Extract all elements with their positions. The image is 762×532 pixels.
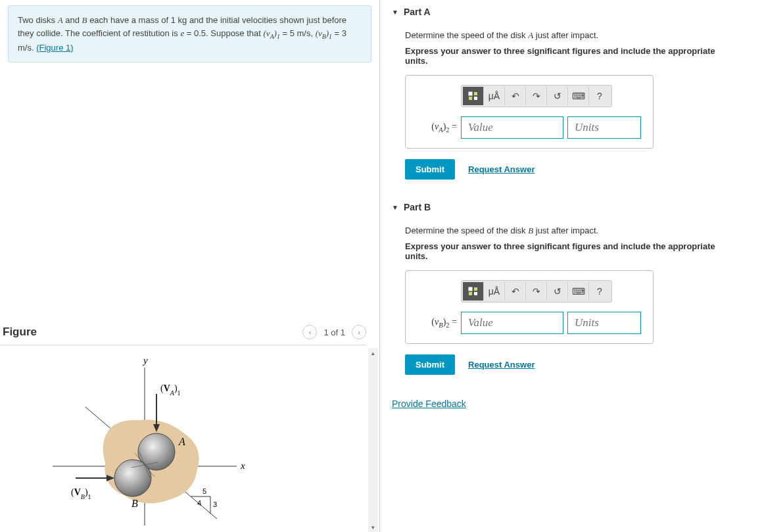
svg-text:y: y	[142, 355, 148, 366]
part-b-eq-label: (vB)2 =	[417, 317, 457, 329]
svg-point-6	[114, 460, 151, 496]
part-b-input-row: (vB)2 =	[417, 312, 641, 334]
reset-icon[interactable]: ↺	[547, 87, 568, 105]
svg-text:A: A	[178, 436, 185, 447]
txt: = 5 m/s	[280, 28, 311, 38]
part-b-toolbar: μÅ ↶ ↷ ↺ ⌨ ?	[461, 280, 612, 302]
part-a-units-input[interactable]	[567, 116, 641, 139]
svg-text:3: 3	[213, 500, 217, 508]
txt: Determine the speed of the disk	[405, 30, 528, 40]
part-b-request-link[interactable]: Request Answer	[468, 360, 535, 370]
svg-rect-33	[474, 292, 477, 295]
var-B: B	[528, 226, 533, 235]
template-icon[interactable]	[463, 282, 484, 301]
var-A: A	[528, 30, 533, 40]
part-a-submit-button[interactable]: Submit	[405, 159, 455, 180]
main-container: Two disks A and B each have a mass of 1 …	[0, 0, 762, 532]
units-button[interactable]: μÅ	[484, 282, 505, 301]
svg-rect-32	[469, 292, 472, 295]
txt: just after impact.	[533, 30, 598, 40]
svg-rect-30	[469, 287, 472, 291]
part-b-submit-row: Submit Request Answer	[405, 354, 737, 375]
var-vA1: (vA)1	[264, 28, 280, 38]
part-a-value-input[interactable]	[461, 116, 563, 139]
part-b-units-input[interactable]	[567, 312, 641, 334]
unit-kg: kg	[178, 15, 187, 25]
figure-section: Figure ‹ 1 of 1 › y x	[0, 320, 379, 532]
svg-rect-27	[474, 92, 477, 95]
help-icon[interactable]: ?	[589, 87, 610, 105]
part-b-title: Part B	[404, 202, 431, 212]
scroll-down-icon[interactable]: ▾	[368, 522, 378, 532]
figure-header: Figure ‹ 1 of 1 ›	[0, 320, 366, 345]
txt: Two disks	[18, 15, 58, 25]
keyboard-icon[interactable]: ⌨	[568, 282, 589, 301]
txt: ,	[310, 28, 315, 38]
var-A: A	[58, 15, 63, 25]
part-a-header[interactable]: ▼ Part A	[380, 0, 762, 24]
figure-title: Figure	[3, 326, 37, 339]
svg-text:x: x	[240, 460, 245, 471]
svg-rect-28	[469, 97, 472, 100]
figure-page: 1 of 1	[323, 327, 345, 337]
svg-text:(VA)1: (VA)1	[160, 383, 181, 397]
redo-icon[interactable]: ↷	[526, 282, 547, 301]
problem-statement: Two disks A and B each have a mass of 1 …	[8, 5, 371, 62]
keyboard-icon[interactable]: ⌨	[568, 87, 589, 105]
units-button[interactable]: μÅ	[484, 87, 505, 105]
template-icon[interactable]	[463, 87, 484, 105]
figure-link[interactable]: (Figure 1)	[36, 43, 73, 53]
left-pane: Two disks A and B each have a mass of 1 …	[0, 0, 380, 532]
undo-icon[interactable]: ↶	[505, 282, 526, 301]
part-b-body: Determine the speed of the disk B just a…	[380, 219, 762, 391]
svg-text:5: 5	[202, 487, 206, 495]
svg-text:(VB)1: (VB)1	[71, 487, 91, 500]
part-a-input-row: (vA)2 =	[417, 116, 641, 139]
svg-rect-29	[474, 97, 477, 100]
right-pane: ▼ Part A Determine the speed of the disk…	[380, 0, 762, 532]
part-a-request-link[interactable]: Request Answer	[468, 164, 535, 174]
part-a-submit-row: Submit Request Answer	[405, 159, 737, 180]
svg-rect-31	[474, 287, 477, 291]
next-figure-button[interactable]: ›	[352, 325, 366, 339]
txt: Determine the speed of the disk	[405, 226, 528, 235]
figure-svg: y x	[39, 354, 276, 532]
redo-icon[interactable]: ↷	[526, 87, 547, 105]
collapse-icon: ▼	[392, 9, 398, 16]
part-a-eq-label: (vA)2 =	[417, 122, 457, 133]
figure-body: y x	[0, 348, 379, 532]
part-b-value-input[interactable]	[461, 312, 563, 334]
txt: = 0.5. Suppose that	[184, 28, 263, 38]
txt: each have a mass of 1	[87, 15, 178, 25]
part-a-body: Determine the speed of the disk A just a…	[380, 24, 762, 195]
problem-text: Two disks A and B each have a mass of 1 …	[18, 15, 346, 53]
part-a-toolbar: μÅ ↶ ↷ ↺ ⌨ ?	[461, 85, 612, 107]
svg-text:B: B	[131, 498, 138, 509]
part-a-instruction: Express your answer to three significant…	[405, 46, 737, 66]
svg-rect-26	[469, 92, 472, 95]
figure-nav: ‹ 1 of 1 ›	[302, 325, 366, 339]
txt: just after impact.	[533, 226, 598, 235]
svg-text:4: 4	[197, 499, 201, 507]
part-b-answer-box: μÅ ↶ ↷ ↺ ⌨ ? (vB)2 =	[405, 270, 654, 344]
part-b-instruction: Express your answer to three significant…	[405, 241, 737, 261]
scroll-up-icon[interactable]: ▴	[368, 348, 378, 358]
part-a-title: Part A	[404, 7, 431, 17]
provide-feedback-link[interactable]: Provide Feedback	[380, 391, 478, 417]
reset-icon[interactable]: ↺	[547, 282, 568, 301]
var-B: B	[82, 15, 87, 25]
part-a-prompt: Determine the speed of the disk A just a…	[405, 30, 737, 41]
part-b-submit-button[interactable]: Submit	[405, 354, 455, 375]
part-a-answer-box: μÅ ↶ ↷ ↺ ⌨ ? (vA)2 =	[405, 75, 654, 149]
part-b-header[interactable]: ▼ Part B	[380, 195, 762, 219]
prev-figure-button[interactable]: ‹	[302, 325, 317, 339]
var-vB1: (vB)1	[316, 28, 332, 38]
collapse-icon: ▼	[392, 204, 398, 211]
txt: and	[63, 15, 82, 25]
part-b-prompt: Determine the speed of the disk B just a…	[405, 226, 737, 236]
help-icon[interactable]: ?	[589, 282, 610, 301]
figure-scrollbar[interactable]: ▴ ▾	[368, 348, 378, 532]
undo-icon[interactable]: ↶	[505, 87, 526, 105]
